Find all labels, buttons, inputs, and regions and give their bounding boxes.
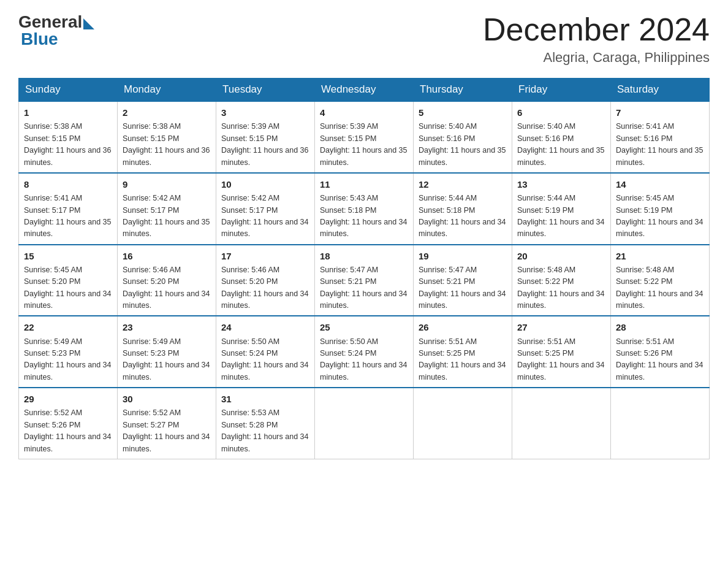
sunrise-text: Sunrise: 5:51 AM: [616, 337, 674, 346]
sunset-text: Sunset: 5:15 PM: [24, 134, 80, 143]
sunset-text: Sunset: 5:16 PM: [616, 134, 672, 143]
daylight-text: Daylight: 11 hours and 36 minutes.: [221, 146, 308, 166]
day-number: 26: [419, 320, 507, 334]
day-number: 28: [616, 320, 704, 334]
sunset-text: Sunset: 5:17 PM: [221, 206, 278, 215]
calendar-cell: 4 Sunrise: 5:39 AM Sunset: 5:15 PM Dayli…: [315, 101, 414, 173]
calendar-cell: 24 Sunrise: 5:50 AM Sunset: 5:24 PM Dayl…: [216, 316, 315, 388]
calendar-cell: 22 Sunrise: 5:49 AM Sunset: 5:23 PM Dayl…: [19, 316, 118, 388]
sunset-text: Sunset: 5:16 PM: [517, 134, 574, 143]
daylight-text: Daylight: 11 hours and 34 minutes.: [320, 361, 407, 381]
calendar-cell: 18 Sunrise: 5:47 AM Sunset: 5:21 PM Dayl…: [315, 245, 414, 316]
daylight-text: Daylight: 11 hours and 34 minutes.: [320, 289, 407, 310]
sunrise-text: Sunrise: 5:44 AM: [517, 194, 575, 202]
daylight-text: Daylight: 11 hours and 35 minutes.: [123, 218, 210, 238]
sunrise-text: Sunrise: 5:43 AM: [320, 194, 378, 202]
day-number: 30: [123, 392, 211, 406]
day-number: 8: [24, 177, 112, 191]
sunrise-text: Sunrise: 5:42 AM: [123, 194, 181, 202]
sunrise-text: Sunrise: 5:45 AM: [616, 194, 674, 202]
calendar-cell: 2 Sunrise: 5:38 AM Sunset: 5:15 PM Dayli…: [118, 101, 216, 173]
calendar-cell: 30 Sunrise: 5:52 AM Sunset: 5:27 PM Dayl…: [118, 388, 216, 459]
day-number: 19: [419, 249, 507, 263]
daylight-text: Daylight: 11 hours and 34 minutes.: [616, 289, 703, 310]
sunset-text: Sunset: 5:15 PM: [320, 134, 376, 143]
sunset-text: Sunset: 5:24 PM: [320, 349, 376, 358]
sunrise-text: Sunrise: 5:52 AM: [123, 408, 181, 417]
sunset-text: Sunset: 5:15 PM: [123, 134, 179, 143]
sunset-text: Sunset: 5:26 PM: [24, 421, 80, 429]
calendar-cell: [611, 388, 710, 459]
sunset-text: Sunset: 5:26 PM: [616, 349, 672, 358]
daylight-text: Daylight: 11 hours and 34 minutes.: [616, 218, 703, 238]
day-number: 15: [24, 249, 112, 263]
calendar-cell: 25 Sunrise: 5:50 AM Sunset: 5:24 PM Dayl…: [315, 316, 414, 388]
sunrise-text: Sunrise: 5:50 AM: [221, 337, 279, 346]
day-number: 21: [616, 249, 704, 263]
month-title: December 2024: [483, 12, 710, 47]
daylight-text: Daylight: 11 hours and 34 minutes.: [616, 361, 703, 381]
day-number: 6: [517, 105, 605, 120]
calendar-cell: 11 Sunrise: 5:43 AM Sunset: 5:18 PM Dayl…: [315, 173, 414, 245]
header-thursday: Thursday: [414, 79, 512, 102]
title-area: December 2024 Alegria, Caraga, Philippin…: [483, 12, 710, 66]
day-number: 22: [24, 320, 112, 334]
daylight-text: Daylight: 11 hours and 35 minutes.: [320, 146, 407, 166]
sunrise-text: Sunrise: 5:47 AM: [320, 266, 378, 274]
day-number: 24: [221, 320, 309, 334]
sunrise-text: Sunrise: 5:48 AM: [517, 266, 575, 274]
sunrise-text: Sunrise: 5:51 AM: [419, 337, 477, 346]
daylight-text: Daylight: 11 hours and 34 minutes.: [221, 432, 308, 453]
calendar-cell: 7 Sunrise: 5:41 AM Sunset: 5:16 PM Dayli…: [611, 101, 710, 173]
day-number: 31: [221, 392, 309, 406]
sunrise-text: Sunrise: 5:46 AM: [123, 266, 181, 274]
calendar-week-5: 29 Sunrise: 5:52 AM Sunset: 5:26 PM Dayl…: [19, 388, 710, 459]
calendar-cell: 17 Sunrise: 5:46 AM Sunset: 5:20 PM Dayl…: [216, 245, 315, 316]
day-number: 10: [221, 177, 309, 191]
daylight-text: Daylight: 11 hours and 34 minutes.: [221, 289, 308, 310]
header-tuesday: Tuesday: [216, 79, 315, 102]
daylight-text: Daylight: 11 hours and 34 minutes.: [123, 432, 210, 453]
calendar-cell: 3 Sunrise: 5:39 AM Sunset: 5:15 PM Dayli…: [216, 101, 315, 173]
calendar-cell: 9 Sunrise: 5:42 AM Sunset: 5:17 PM Dayli…: [118, 173, 216, 245]
sunset-text: Sunset: 5:22 PM: [517, 277, 574, 286]
logo-arrow-icon: [83, 18, 94, 29]
day-number: 18: [320, 249, 408, 263]
sunrise-text: Sunrise: 5:49 AM: [24, 337, 82, 346]
calendar-cell: 19 Sunrise: 5:47 AM Sunset: 5:21 PM Dayl…: [414, 245, 512, 316]
sunrise-text: Sunrise: 5:46 AM: [221, 266, 279, 274]
header-sunday: Sunday: [19, 79, 118, 102]
sunset-text: Sunset: 5:20 PM: [221, 277, 278, 286]
sunrise-text: Sunrise: 5:53 AM: [221, 408, 279, 417]
calendar-cell: 27 Sunrise: 5:51 AM Sunset: 5:25 PM Dayl…: [512, 316, 611, 388]
day-number: 2: [123, 105, 211, 120]
calendar-cell: 1 Sunrise: 5:38 AM Sunset: 5:15 PM Dayli…: [19, 101, 118, 173]
day-number: 14: [616, 177, 704, 191]
sunset-text: Sunset: 5:17 PM: [24, 206, 80, 215]
daylight-text: Daylight: 11 hours and 34 minutes.: [517, 218, 604, 238]
calendar-week-3: 15 Sunrise: 5:45 AM Sunset: 5:20 PM Dayl…: [19, 245, 710, 316]
day-number: 13: [517, 177, 605, 191]
calendar-cell: [414, 388, 512, 459]
day-number: 5: [419, 105, 507, 120]
sunrise-text: Sunrise: 5:49 AM: [123, 337, 181, 346]
day-number: 4: [320, 105, 408, 120]
daylight-text: Daylight: 11 hours and 34 minutes.: [221, 218, 308, 238]
header-saturday: Saturday: [611, 79, 710, 102]
day-number: 27: [517, 320, 605, 334]
sunset-text: Sunset: 5:20 PM: [123, 277, 179, 286]
sunrise-text: Sunrise: 5:47 AM: [419, 266, 477, 274]
sunrise-text: Sunrise: 5:39 AM: [320, 122, 378, 131]
sunset-text: Sunset: 5:15 PM: [221, 134, 278, 143]
sunset-text: Sunset: 5:16 PM: [419, 134, 475, 143]
daylight-text: Daylight: 11 hours and 34 minutes.: [123, 289, 210, 310]
sunrise-text: Sunrise: 5:41 AM: [24, 194, 82, 202]
sunrise-text: Sunrise: 5:51 AM: [517, 337, 575, 346]
calendar-cell: 12 Sunrise: 5:44 AM Sunset: 5:18 PM Dayl…: [414, 173, 512, 245]
day-number: 29: [24, 392, 112, 406]
daylight-text: Daylight: 11 hours and 34 minutes.: [419, 289, 506, 310]
calendar-cell: 23 Sunrise: 5:49 AM Sunset: 5:23 PM Dayl…: [118, 316, 216, 388]
location: Alegria, Caraga, Philippines: [483, 50, 710, 66]
calendar-cell: 10 Sunrise: 5:42 AM Sunset: 5:17 PM Dayl…: [216, 173, 315, 245]
day-number: 23: [123, 320, 211, 334]
